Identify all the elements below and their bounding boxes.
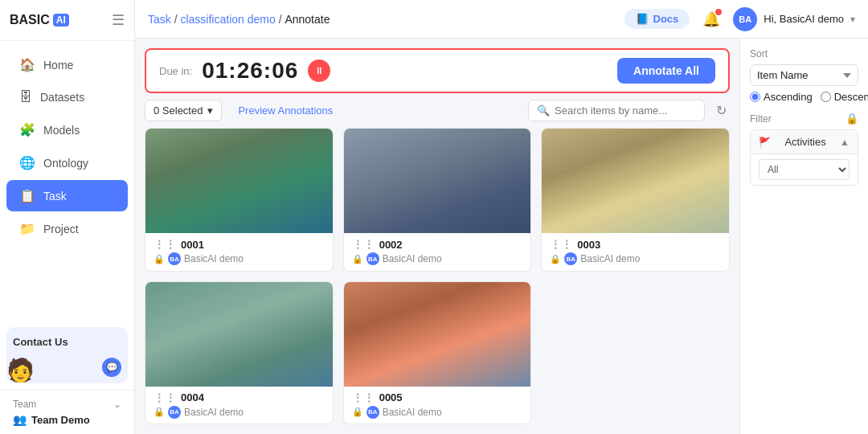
selected-count: 0 Selected (154, 104, 203, 117)
sidebar-team: Team ⌄ 👥 Team Demo (0, 390, 134, 434)
filter-activities-header[interactable]: 🚩 Activities ▲ (751, 130, 858, 154)
docs-icon: 📘 (636, 13, 649, 25)
sidebar-item-label-home: Home (43, 59, 73, 72)
search-box: 🔍 (528, 100, 705, 121)
sidebar-item-label-task: Task (43, 190, 67, 203)
item-user: 🔒 BA BasicAI demo (154, 252, 325, 265)
item-thumbnail (145, 282, 333, 387)
item-id: ⋮⋮ 0005 (352, 391, 523, 404)
item-user-name: BasicAI demo (184, 253, 244, 264)
notification-icon[interactable]: 🔔 (702, 10, 720, 28)
sort-section: Sort Item Name Date Created Date Modifie… (750, 48, 858, 103)
search-input[interactable] (555, 104, 696, 117)
filter-label: Filter 🔒 (750, 113, 858, 125)
preview-annotations-button[interactable]: Preview Annotations (230, 100, 341, 121)
breadcrumb-annotate: Annotate (285, 13, 330, 26)
logo-ai-badge: AI (53, 14, 69, 27)
item-info: ⋮⋮ 0002 🔒 BA BasicAI demo (344, 233, 531, 272)
lock-icon: 🔒 (154, 407, 165, 417)
timer-bar: Due in: 01:26:06 ⏸ Annotate All (145, 48, 730, 93)
sidebar-contact[interactable]: Contact Us 🧑 💬 (6, 327, 128, 383)
filter-group: 🚩 Activities ▲ All Annotated Unannotated (750, 129, 858, 186)
lock-icon: 🔒 (154, 254, 165, 264)
item-card[interactable]: ⋮⋮ 0002 🔒 BA BasicAI demo (343, 128, 532, 272)
contact-figure: 🧑 (6, 357, 35, 383)
toolbar: 0 Selected ▾ Preview Annotations 🔍 ↻ (135, 93, 739, 128)
item-user-avatar: BA (168, 406, 181, 419)
logo-text: BASIC (10, 13, 50, 27)
home-icon: 🏠 (19, 57, 35, 72)
docs-label: Docs (653, 13, 679, 25)
filter-activities-select[interactable]: All Annotated Unannotated (759, 159, 850, 180)
item-user-name: BasicAI demo (580, 253, 640, 264)
item-id-icon: ⋮⋮ (154, 391, 176, 404)
annotate-all-button[interactable]: Annotate All (617, 58, 715, 84)
sort-label: Sort (750, 48, 858, 59)
item-card[interactable]: ⋮⋮ 0004 🔒 BA BasicAI demo (145, 281, 334, 425)
item-info: ⋮⋮ 0001 🔒 BA BasicAI demo (145, 233, 333, 272)
main: Task / classification demo / Annotate 📘 … (135, 0, 868, 434)
item-info: ⋮⋮ 0005 🔒 BA BasicAI demo (344, 387, 531, 425)
descending-label: Descending (834, 91, 868, 103)
user-info[interactable]: BA Hi, BasicAI demo ▾ (733, 7, 855, 31)
item-id: ⋮⋮ 0004 (154, 391, 325, 404)
item-id: ⋮⋮ 0001 (154, 238, 325, 251)
item-thumbnail (344, 282, 531, 387)
item-user: 🔒 BA BasicAI demo (154, 406, 325, 419)
lock-icon: 🔒 (352, 407, 363, 417)
filter-flag-icon: 🚩 (759, 137, 771, 148)
sidebar-item-home[interactable]: 🏠Home (6, 49, 128, 80)
item-user: 🔒 BA BasicAI demo (352, 252, 523, 265)
item-id-icon: ⋮⋮ (352, 238, 375, 251)
contact-label: Contact Us (13, 336, 68, 348)
sidebar-item-ontology[interactable]: 🌐Ontology (6, 147, 128, 178)
sidebar-item-project[interactable]: 📁Project (6, 213, 128, 244)
item-card[interactable]: ⋮⋮ 0001 🔒 BA BasicAI demo (145, 128, 334, 272)
breadcrumb-classification[interactable]: classification demo (180, 13, 275, 26)
contact-bubble-icon: 💬 (102, 358, 121, 377)
item-card[interactable]: ⋮⋮ 0003 🔒 BA BasicAI demo (541, 128, 730, 272)
selected-chevron: ▾ (207, 104, 213, 117)
pause-button[interactable]: ⏸ (308, 59, 330, 82)
filter-chevron-icon: ▲ (840, 137, 850, 148)
sidebar-nav: 🏠Home🗄Datasets🧩Models🌐Ontology📋Task📁Proj… (0, 41, 134, 321)
sidebar-item-models[interactable]: 🧩Models (6, 114, 128, 145)
filter-activities-label: Activities (784, 136, 825, 148)
user-name: Hi, BasicAI demo (764, 13, 844, 25)
sort-order: Ascending Descending (750, 91, 858, 103)
refresh-button[interactable]: ↻ (713, 100, 730, 121)
item-user-name: BasicAI demo (383, 407, 442, 418)
item-user-name: BasicAI demo (383, 253, 442, 264)
item-user-avatar: BA (564, 252, 577, 265)
sort-select[interactable]: Item Name Date Created Date Modified (750, 64, 858, 86)
team-section-label: Team ⌄ (13, 399, 121, 410)
menu-icon[interactable]: ☰ (112, 11, 125, 29)
sidebar-item-datasets[interactable]: 🗄Datasets (6, 82, 128, 113)
project-icon: 📁 (19, 221, 35, 236)
breadcrumb-task[interactable]: Task (148, 13, 171, 26)
item-thumbnail (344, 129, 531, 233)
sort-ascending[interactable]: Ascending (750, 91, 813, 103)
sort-descending[interactable]: Descending (821, 91, 868, 103)
sidebar-item-label-models: Models (43, 124, 80, 137)
item-id: ⋮⋮ 0002 (352, 238, 523, 251)
lock-icon: 🔒 (352, 254, 363, 264)
docs-button[interactable]: 📘 Docs (624, 9, 690, 29)
content-area: Due in: 01:26:06 ⏸ Annotate All 0 Select… (135, 39, 868, 434)
item-info: ⋮⋮ 0004 🔒 BA BasicAI demo (145, 387, 333, 425)
sidebar-item-label-project: Project (43, 223, 79, 235)
items-grid: ⋮⋮ 0001 🔒 BA BasicAI demo ⋮⋮ 0002 🔒 BA B… (135, 128, 739, 434)
item-id-icon: ⋮⋮ (352, 391, 375, 404)
notification-dot (715, 9, 722, 15)
item-id-icon: ⋮⋮ (154, 238, 176, 251)
sidebar-item-label-datasets: Datasets (40, 91, 84, 104)
due-label: Due in: (159, 65, 192, 77)
logo: BASIC AI (10, 13, 69, 27)
sidebar: BASIC AI ☰ 🏠Home🗄Datasets🧩Models🌐Ontolog… (0, 0, 135, 434)
sidebar-item-task[interactable]: 📋Task (6, 180, 128, 211)
task-icon: 📋 (19, 188, 35, 203)
selected-dropdown[interactable]: 0 Selected ▾ (145, 100, 222, 121)
team-name[interactable]: 👥 Team Demo (13, 413, 121, 426)
item-card[interactable]: ⋮⋮ 0005 🔒 BA BasicAI demo (343, 281, 532, 425)
filter-section: Filter 🔒 🚩 Activities ▲ All Annotated Un… (750, 113, 858, 186)
